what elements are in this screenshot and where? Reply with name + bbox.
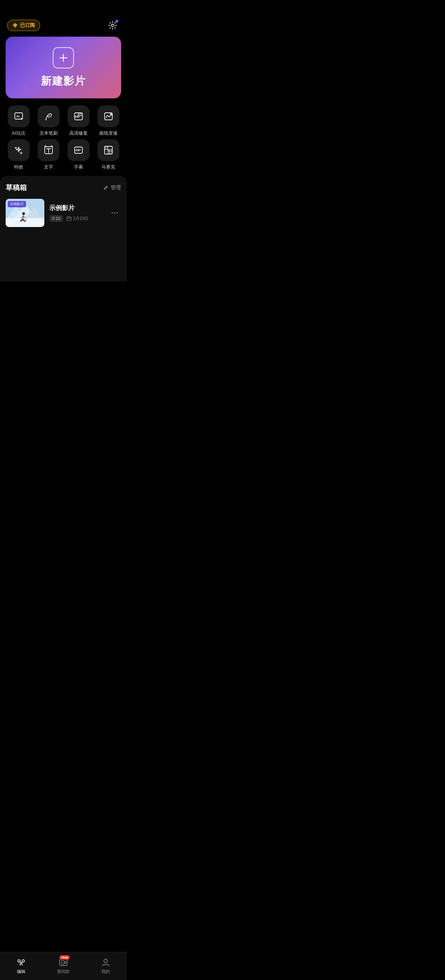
action-mosaic[interactable]: 马赛克 [95,139,122,170]
banner-title: 新建影片 [41,74,86,89]
action-effects[interactable]: 特效 [5,139,32,170]
more-icon [111,209,119,217]
action-curve-speed[interactable]: 曲线变速 [95,105,122,137]
action-ai[interactable]: AI AI玩法 [5,105,32,137]
draft-duration: 0:10 [49,215,63,222]
calendar-icon [67,216,71,221]
draft-info: 示例影片 0:10 2月23日 [49,204,103,222]
subscription-label: 已订阅 [20,22,35,29]
draft-section: 草稿箱 管理 [0,176,127,282]
diamond-icon [12,22,18,28]
action-hd-repair[interactable]: HD 4K 高清修复 [65,105,92,137]
action-subtitle[interactable]: CC 字幕 [65,139,92,170]
quick-actions: AI AI玩法 文本笔刷 HD 4K [0,105,127,170]
draft-thumbnail[interactable]: 示例影片 [6,199,44,227]
action-mosaic-label: 马赛克 [101,164,115,170]
manage-label: 管理 [111,185,121,191]
subtitle-icon-wrap: CC [68,139,89,161]
new-movie-banner[interactable]: 新建影片 [6,37,121,99]
status-bar [0,0,127,16]
text-icon [43,145,54,156]
draft-date-text: 2月23日 [73,216,89,222]
hd-repair-icon-wrap: HD 4K [68,105,89,127]
action-hd-repair-label: 高清修复 [70,130,88,137]
effects-icon-wrap [8,139,30,161]
svg-point-36 [117,212,118,214]
plus-box [53,47,74,68]
draft-name: 示例影片 [49,204,103,212]
action-text-brush[interactable]: 文本笔刷 [35,105,62,137]
hd-repair-icon: HD 4K [73,111,84,122]
svg-text:AI: AI [16,115,19,118]
text-icon-wrap [38,139,60,161]
svg-point-29 [22,212,25,215]
action-text-label: 文字 [44,164,53,170]
mosaic-icon [103,145,114,156]
draft-title: 草稿箱 [6,183,27,192]
draft-item: 示例影片 示例影片 0:10 2月23日 [6,199,121,227]
settings-button[interactable] [106,18,120,32]
effects-icon [13,145,24,156]
svg-rect-30 [67,217,71,221]
action-text-brush-label: 文本笔刷 [40,130,58,137]
manage-button[interactable]: 管理 [103,185,121,191]
draft-header: 草稿箱 管理 [6,183,121,192]
header: 已订阅 [0,16,127,37]
quick-actions-row-2: 特效 文字 CC [3,139,123,170]
ai-icon: AI [13,111,24,122]
plus-icon [58,52,69,64]
curve-speed-icon-wrap [98,105,119,127]
subscription-badge[interactable]: 已订阅 [7,20,40,31]
subtitle-icon: CC [73,145,84,156]
svg-point-35 [114,212,116,214]
mosaic-icon-wrap [98,139,119,161]
edit-icon [103,185,108,191]
curve-speed-icon [103,111,114,122]
action-effects-label: 特效 [14,164,23,170]
text-brush-icon-wrap [38,105,60,127]
ai-icon-wrap: AI [8,105,30,127]
notification-dot [116,20,118,22]
svg-rect-22 [105,146,108,150]
action-curve-speed-label: 曲线变速 [99,130,117,137]
draft-date: 2月23日 [67,216,89,222]
svg-text:4K: 4K [78,114,81,116]
svg-text:CC: CC [76,149,80,152]
text-brush-icon [43,111,54,122]
draft-meta: 0:10 2月23日 [49,215,103,222]
thumbnail-label: 示例影片 [8,201,26,207]
draft-more-button[interactable] [108,207,121,219]
svg-point-34 [112,212,113,214]
action-text[interactable]: 文字 [35,139,62,170]
quick-actions-row-1: AI AI玩法 文本笔刷 HD 4K [3,105,123,137]
action-ai-label: AI玩法 [12,130,25,137]
svg-point-2 [112,24,114,27]
svg-rect-23 [109,151,112,154]
action-subtitle-label: 字幕 [74,164,83,170]
